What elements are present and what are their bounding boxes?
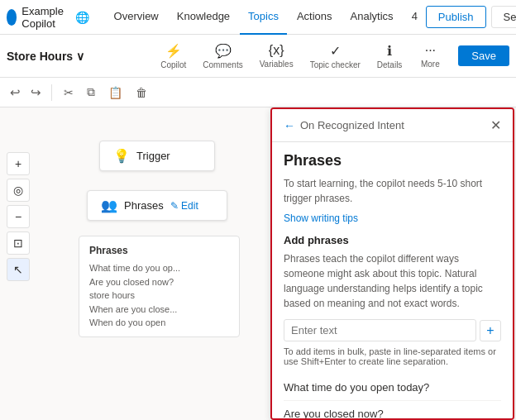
panel-section-title: Phrases — [284, 152, 501, 169]
toolbar-topic-checker[interactable]: ✓ Topic checker — [303, 40, 367, 73]
add-phrases-title: Add phrases — [284, 234, 501, 246]
comments-icon: 💬 — [215, 43, 232, 59]
add-phrases-description: Phrases teach the copilot different ways… — [284, 251, 501, 311]
variables-icon: {x} — [269, 43, 284, 58]
phrase-input[interactable] — [284, 319, 476, 341]
comments-label: Comments — [203, 60, 242, 69]
phrases-info-line4: When are you close... — [89, 303, 229, 317]
copilot-label: Copilot — [160, 60, 186, 69]
redo-button[interactable]: ↪ — [27, 82, 45, 103]
save-button[interactable]: Save — [458, 45, 509, 66]
toolbar-separator — [51, 84, 52, 101]
store-hours-text: Store Hours — [7, 50, 73, 63]
phrases-info-line5: When do you open — [89, 316, 229, 330]
top-nav: Example Copilot 🌐 Overview Knowledge Top… — [0, 0, 516, 35]
panel-description: To start learning, the copilot needs 5-1… — [284, 176, 501, 206]
toolbar-icons: ⚡ Copilot 💬 Comments {x} Variables ✓ Top… — [154, 40, 509, 73]
zoom-out-button[interactable]: − — [7, 205, 30, 228]
phrases-node-label: Phrases — [124, 199, 164, 212]
phrases-info-box: Phrases What time do you op... Are you c… — [79, 236, 240, 337]
phrase-list: What time do you open today?Are you clos… — [284, 375, 501, 420]
chevron-down-icon: ∨ — [76, 50, 84, 63]
phrases-node[interactable]: 👥 Phrases ✎ Edit — [87, 190, 227, 221]
settings-button[interactable]: Settings — [491, 6, 517, 28]
panel-header: ← On Recognized Intent ✕ — [272, 109, 513, 142]
phrases-node-icon: 👥 — [101, 198, 117, 213]
phrases-info-line1: What time do you op... — [89, 261, 229, 275]
phrase-item: What time do you open today? — [284, 375, 501, 401]
cut-button[interactable]: ✂ — [59, 84, 79, 102]
phrases-info-line3: store hours — [89, 289, 229, 303]
store-hours-label[interactable]: Store Hours ∨ — [7, 50, 84, 63]
nav-items: Overview Knowledge Topics Actions Analyt… — [106, 0, 426, 35]
phrases-info-line2: Are you closed now? — [89, 275, 229, 289]
details-icon: ℹ — [387, 43, 392, 59]
toolbar-details[interactable]: ℹ Details — [370, 40, 409, 73]
more-icon: ··· — [425, 43, 436, 58]
side-panel: ← On Recognized Intent ✕ Phrases To star… — [270, 107, 514, 420]
logo-text: Example Copilot — [22, 5, 69, 30]
add-phrase-button[interactable]: + — [480, 320, 501, 341]
phrases-info-title: Phrases — [89, 243, 229, 258]
nav-item-actions[interactable]: Actions — [289, 0, 341, 35]
trigger-node[interactable]: 💡 Trigger — [99, 141, 215, 171]
cursor-button[interactable]: ↖ — [7, 258, 30, 281]
edit-link[interactable]: ✎ Edit — [170, 200, 198, 212]
fit-button[interactable]: ⊡ — [7, 231, 30, 255]
nav-item-knowledge[interactable]: Knowledge — [169, 0, 238, 35]
details-label: Details — [377, 60, 403, 69]
zoom-in-button[interactable]: + — [7, 152, 30, 175]
trigger-label: Trigger — [136, 150, 170, 162]
secondary-toolbar: Store Hours ∨ ⚡ Copilot 💬 Comments {x} V… — [0, 35, 516, 78]
publish-button[interactable]: Publish — [426, 6, 486, 28]
copilot-icon: ⚡ — [165, 43, 182, 59]
panel-body: Phrases To start learning, the copilot n… — [272, 142, 513, 420]
edit-toolbar: ↩ ↪ ✂ ⧉ 📋 🗑 — [0, 78, 516, 107]
nav-item-topics[interactable]: Topics — [240, 0, 287, 35]
panel-header-title: On Recognized Intent — [300, 119, 404, 131]
toolbar-more[interactable]: ··· More — [412, 40, 448, 72]
close-panel-button[interactable]: ✕ — [490, 117, 501, 133]
undo-button[interactable]: ↩ — [7, 82, 24, 103]
nav-item-overview[interactable]: Overview — [106, 0, 167, 35]
logo-icon — [7, 9, 17, 26]
delete-button[interactable]: 🗑 — [131, 84, 152, 102]
zoom-controls: + ◎ − ⊡ ↖ — [3, 149, 33, 284]
show-writing-tips-link[interactable]: Show writing tips — [284, 212, 501, 224]
toolbar-comments[interactable]: 💬 Comments — [196, 40, 249, 73]
recenter-button[interactable]: ◎ — [7, 179, 30, 202]
phrase-input-row: + — [284, 319, 501, 341]
trigger-icon: 💡 — [113, 148, 130, 164]
topic-checker-label: Topic checker — [310, 60, 361, 69]
back-button[interactable]: ← — [284, 119, 295, 132]
nav-item-more-count[interactable]: 4 — [404, 0, 426, 35]
nav-item-analytics[interactable]: Analytics — [342, 0, 402, 35]
panel-header-left: ← On Recognized Intent — [284, 119, 404, 132]
nav-logo: Example Copilot 🌐 — [7, 5, 96, 30]
topic-checker-icon: ✓ — [330, 43, 341, 59]
paste-button[interactable]: 📋 — [103, 84, 127, 102]
variables-label: Variables — [260, 60, 294, 69]
nav-right: Publish Settings T Test ··· — [426, 2, 516, 32]
phrase-item: Are you closed now? — [284, 401, 501, 420]
toolbar-variables[interactable]: {x} Variables — [253, 40, 300, 72]
main-area: 💡 Trigger 👥 Phrases ✎ Edit Phrases What … — [0, 107, 516, 420]
globe-icon[interactable]: 🌐 — [75, 11, 89, 24]
input-hint: To add items in bulk, paste in line-sepa… — [284, 346, 501, 366]
more-label: More — [421, 60, 440, 69]
toolbar-copilot[interactable]: ⚡ Copilot — [154, 40, 193, 73]
copy-button[interactable]: ⧉ — [82, 83, 100, 102]
